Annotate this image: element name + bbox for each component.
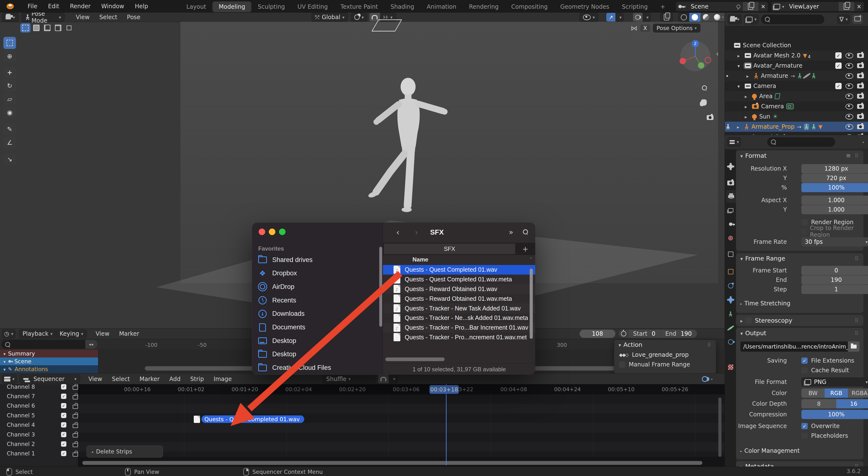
mirror-icon[interactable]: ⋈ [631, 24, 638, 32]
outliner-row[interactable]: Armature → [725, 71, 868, 81]
channel-row[interactable]: Channel 5 ✓ [0, 411, 78, 420]
scene-selector[interactable]: Scene × [676, 2, 768, 11]
aspect-x-field[interactable]: 1.000 [801, 196, 868, 205]
filter-id-dropdown[interactable] [744, 15, 758, 24]
channel-mute-checkbox[interactable]: ✓ [61, 451, 66, 456]
tab-render[interactable] [725, 177, 736, 189]
channel-lock-icon[interactable] [73, 405, 78, 409]
tool-extra[interactable]: ↘ [3, 153, 16, 165]
outliner-row-selected[interactable]: Armature_Prop → ▼ [725, 122, 868, 132]
resolution-x-field[interactable]: 1280 px [801, 164, 868, 173]
expand-icon[interactable] [740, 317, 745, 324]
playhead-badge[interactable]: 00:03+18 [429, 385, 459, 394]
channel-mute-checkbox[interactable]: ✓ [61, 403, 66, 408]
tab-tool[interactable] [725, 160, 736, 173]
blender-logo-icon[interactable] [6, 3, 15, 9]
shading-material[interactable] [701, 13, 712, 22]
channel-lock-icon[interactable] [73, 424, 78, 428]
workspace-tab[interactable]: Geometry Nodes [554, 1, 615, 12]
frame-step-field[interactable]: 1 [801, 285, 868, 294]
finder-file-row[interactable]: Quests - Reward Obtained 01.wav [383, 284, 535, 294]
workspace-tab[interactable]: Scripting [616, 1, 654, 12]
outliner-row[interactable]: Area [725, 91, 868, 101]
finder-file-row[interactable]: Quests - Tracker - New Task Added 01.wav [383, 303, 535, 313]
mode-dropdown[interactable]: Pose Mode [22, 12, 65, 22]
hide-icon[interactable] [845, 53, 853, 58]
hide-icon[interactable] [845, 73, 853, 79]
finder-file-row[interactable]: Quests - Tracker - Ne...sk Added 01.wav.… [383, 313, 535, 323]
sidebar-item[interactable]: ↓ Downloads [258, 308, 374, 320]
scene-name[interactable]: Scene [688, 2, 734, 11]
checkbox[interactable]: ✓ [835, 52, 842, 59]
expand-icon[interactable] [746, 72, 751, 79]
hide-icon[interactable] [845, 124, 853, 130]
tool-measure[interactable]: ∠ [3, 137, 16, 149]
render-visibility-icon[interactable] [857, 84, 864, 88]
expand-icon[interactable] [745, 113, 750, 120]
tab-scene[interactable] [725, 218, 736, 231]
channel-row[interactable]: Channel 7 ✓ [0, 391, 78, 401]
channel-lock-icon[interactable] [73, 395, 78, 399]
depth-8-button[interactable]: 8 [801, 399, 836, 408]
seq-snap-group[interactable] [378, 375, 398, 384]
sequencer-menu-item[interactable]: Select [107, 376, 135, 382]
overlap-mode-dropdown[interactable]: Shuffle [323, 375, 375, 383]
sidebar-item[interactable]: Documents [258, 321, 374, 333]
proportional-edit-dropdown[interactable] [351, 12, 367, 22]
tab-constraints[interactable] [725, 294, 736, 306]
sequencer-timeline[interactable]: Channel 8 ✓ Channel 7 ✓ Channel 6 ✓ [0, 384, 724, 467]
collapse-icon[interactable] [738, 83, 742, 89]
expand-icon[interactable] [740, 301, 744, 306]
menu-item[interactable]: Render [65, 0, 96, 12]
outliner-search[interactable] [761, 15, 824, 24]
outliner-row[interactable]: Avatar_Armature ✓ [725, 61, 868, 71]
frame-rate-dropdown[interactable]: 30 fps [801, 237, 868, 246]
sequencer-menu-item[interactable]: Add [164, 376, 185, 382]
new-scene-button[interactable] [743, 2, 758, 11]
render-visibility-icon[interactable] [857, 104, 864, 109]
hide-icon[interactable] [845, 63, 853, 68]
tool-move[interactable]: + [3, 66, 16, 79]
sidebar-item[interactable]: Desktop [258, 335, 374, 347]
pose-options-dropdown[interactable]: Pose Options [653, 24, 700, 32]
placeholders-checkbox[interactable] [801, 433, 808, 439]
channel-lock-icon[interactable] [73, 433, 78, 438]
shading-wireframe[interactable] [678, 13, 689, 22]
mirror-x-button[interactable]: X [640, 25, 650, 32]
track-annotations[interactable]: ✎Annotations [0, 365, 98, 373]
resolution-y-field[interactable]: 720 px [801, 174, 868, 183]
sidebar-item[interactable]: Shared drives [258, 254, 374, 266]
sidebar-scrollbar[interactable] [379, 247, 382, 327]
channel-mute-checkbox[interactable]: ✓ [61, 432, 66, 437]
track-scene[interactable]: Scene [0, 357, 98, 365]
sequencer-menu-item[interactable]: View [84, 376, 107, 382]
workspace-tab[interactable]: Compositing [505, 1, 554, 12]
tool-select-box[interactable] [3, 37, 16, 49]
channel-mute-checkbox[interactable]: ✓ [61, 394, 66, 399]
sequencer-menu-item[interactable]: Image [209, 376, 237, 382]
collapse-icon[interactable] [619, 341, 623, 348]
sequencer-menu-item[interactable]: Strip [185, 376, 209, 382]
visibility-dropdown[interactable] [579, 12, 598, 22]
viewport-menu-item[interactable]: View [71, 14, 94, 21]
tab-bone[interactable] [725, 322, 736, 334]
sort-icon[interactable]: ˆ [530, 257, 532, 263]
range-start-field[interactable]: 0 [652, 330, 661, 337]
workspace-tab[interactable]: UV Editing [291, 1, 334, 12]
channel-lock-icon[interactable] [73, 452, 78, 456]
playback-menu[interactable]: Playback [19, 330, 56, 338]
editor-type-dropdown[interactable] [2, 12, 19, 22]
filter-toggle-button[interactable]: ↔ [85, 340, 97, 349]
channel-mute-checkbox[interactable]: ✓ [61, 384, 66, 389]
overlays-toggle[interactable] [632, 12, 651, 22]
tool-annotate[interactable]: ✎ [3, 123, 16, 135]
cache-result-checkbox[interactable] [801, 367, 808, 374]
outliner-row[interactable]: Camera ✓ [725, 81, 868, 91]
tab-world[interactable]: ⊕ [725, 232, 736, 244]
finder-file-row[interactable]: Quests - Tracker - Pro...Bar Increment 0… [383, 323, 535, 332]
sequencer-editor-dropdown[interactable] [2, 375, 17, 383]
menu-item[interactable]: Help [130, 0, 154, 12]
workspace-tab[interactable]: Texture Paint [334, 1, 384, 12]
sidebar-collapse-icon[interactable]: ‹ [716, 50, 719, 58]
render-visibility-icon[interactable] [857, 114, 864, 119]
